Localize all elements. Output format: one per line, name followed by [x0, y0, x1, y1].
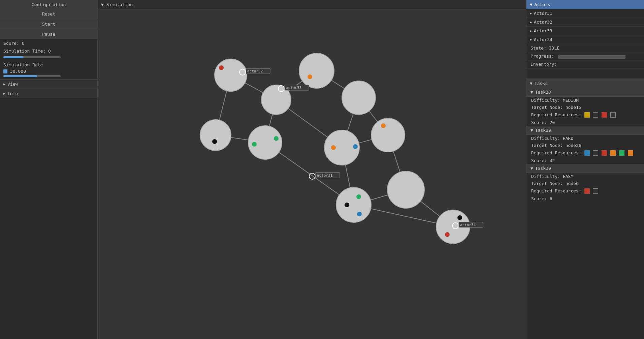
pause-button[interactable]: Pause: [0, 29, 97, 39]
svg-point-26: [342, 81, 376, 115]
sim-rate-indicator: [3, 69, 7, 73]
sim-time-fill: [3, 56, 24, 58]
actor34-progress: Progress:: [526, 52, 644, 60]
svg-point-35: [357, 212, 362, 216]
sim-rate-bar: [3, 75, 61, 77]
task29-target: Target Node: node26: [526, 142, 644, 149]
simulation-header: ▼ Simulation: [98, 0, 526, 9]
sim-rate-value: 30.000: [10, 69, 26, 74]
task29-score: Score: 42: [526, 157, 644, 164]
actor34-progress-bar: [558, 55, 625, 59]
task30-arrow-icon: ▼: [530, 166, 533, 171]
task29-res2: [593, 150, 598, 156]
task28-header[interactable]: ▼ Task28: [526, 88, 644, 97]
start-button[interactable]: Start: [0, 19, 97, 29]
task29-res6: [628, 150, 633, 156]
sim-rate-fill: [3, 75, 37, 77]
svg-point-18: [299, 53, 334, 88]
center-panel: ▼ Simulation actor32actor33actor31actor3…: [98, 0, 526, 339]
info-toggle[interactable]: ▶ Info: [0, 89, 97, 98]
task29-res5: [619, 150, 624, 156]
task30-difficulty: Difficulty: EASY: [526, 173, 644, 180]
task29-res1: [584, 150, 590, 156]
task29-resources: Required Resources:: [526, 149, 644, 157]
tasks-header-label: Tasks: [535, 81, 548, 86]
task29-difficulty: Difficulty: HARD: [526, 135, 644, 142]
task30-score: Score: 6: [526, 195, 644, 202]
sim-rate-label: Simulation Rate: [0, 60, 97, 68]
task30-label: Task30: [535, 166, 551, 171]
tasks-section-header: ▼ Tasks: [526, 79, 644, 88]
task29-arrow-icon: ▼: [530, 128, 533, 133]
actor34-state: State: IDLE: [526, 44, 644, 52]
task30-res2: [593, 188, 598, 194]
task29-res3: [602, 150, 607, 156]
actor34-arrow-icon: ▼: [530, 38, 532, 41]
reset-button[interactable]: Reset: [0, 9, 97, 19]
task30-header[interactable]: ▼ Task30: [526, 164, 644, 173]
svg-point-28: [381, 123, 386, 128]
network-graph: actor32actor33actor31actor34: [98, 9, 526, 339]
task28-res1: [584, 112, 590, 118]
svg-point-22: [212, 139, 217, 144]
actor34-item[interactable]: ▼ Actor34: [526, 35, 644, 44]
actor34-inventory-content: [526, 68, 644, 79]
task28-res4: [610, 112, 616, 118]
actor31-item[interactable]: ▶ Actor31: [526, 9, 644, 18]
actor32-item[interactable]: ▶ Actor32: [526, 18, 644, 27]
svg-point-34: [345, 203, 349, 207]
task28-resources: Required Resources:: [526, 111, 644, 119]
task28-res2: [593, 112, 598, 118]
actors-header-label: Actors: [535, 2, 550, 7]
task28-label: Task28: [535, 90, 551, 95]
simulation-canvas[interactable]: actor32actor33actor31actor34: [98, 9, 526, 339]
svg-point-32: [336, 187, 371, 222]
task29-header[interactable]: ▼ Task29: [526, 126, 644, 135]
view-arrow-icon: ▶: [3, 82, 5, 86]
svg-text:actor32: actor32: [247, 69, 263, 73]
actor33-label: Actor33: [534, 28, 552, 33]
actor32-label: Actor32: [534, 20, 552, 25]
info-label: Info: [7, 91, 18, 96]
config-header: Configuration: [0, 0, 97, 9]
task28-target: Target Node: node15: [526, 104, 644, 111]
task28-score: Score: 20: [526, 119, 644, 126]
sim-time-label: Simulation Time: 0: [0, 47, 97, 55]
task30-resources: Required Resources:: [526, 187, 644, 195]
actor32-arrow-icon: ▶: [530, 20, 532, 24]
svg-text:actor31: actor31: [317, 173, 332, 178]
svg-point-38: [457, 215, 462, 220]
task30-target: Target Node: node6: [526, 180, 644, 187]
svg-text:actor33: actor33: [286, 86, 301, 90]
sim-rate-slider[interactable]: 30.000: [0, 68, 97, 79]
sim-time-bar: [3, 56, 61, 58]
svg-point-39: [445, 232, 450, 237]
actor34-inventory: Inventory:: [526, 60, 644, 68]
right-panel: ▼ Actors ▶ Actor31 ▶ Actor32 ▶ Actor33 ▼…: [526, 0, 644, 339]
left-panel: Configuration Reset Start Pause Score: 0…: [0, 0, 98, 339]
task30-res1: [584, 188, 590, 194]
task29-label: Task29: [535, 128, 551, 133]
task29-res4: [610, 150, 616, 156]
score-label: Score: 0: [0, 39, 97, 47]
svg-point-25: [252, 142, 257, 147]
task28-res3: [602, 112, 607, 118]
view-label: View: [7, 82, 18, 87]
sim-time-slider[interactable]: [0, 55, 97, 60]
svg-point-46: [309, 173, 315, 179]
svg-point-24: [274, 136, 279, 141]
info-arrow-icon: ▶: [3, 92, 5, 95]
view-toggle[interactable]: ▶ View: [0, 79, 97, 89]
actor33-item[interactable]: ▶ Actor33: [526, 27, 644, 35]
svg-point-30: [331, 145, 336, 150]
tasks-arrow-icon: ▼: [530, 81, 533, 86]
actors-arrow-icon: ▼: [530, 2, 533, 7]
task28-arrow-icon: ▼: [530, 90, 533, 95]
svg-point-19: [308, 74, 312, 79]
task28-difficulty: Difficulty: MEDIUM: [526, 97, 644, 104]
svg-point-31: [353, 144, 358, 149]
actor33-arrow-icon: ▶: [530, 29, 532, 33]
actors-section-header: ▼ Actors: [526, 0, 644, 9]
svg-text:actor34: actor34: [460, 223, 476, 227]
actor31-label: Actor31: [534, 11, 552, 16]
